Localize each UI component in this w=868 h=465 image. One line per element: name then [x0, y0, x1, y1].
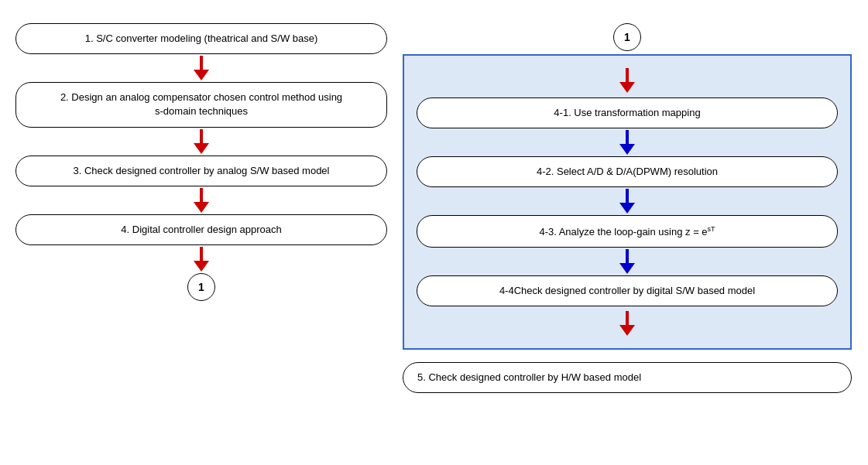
- arrow-head: [194, 70, 209, 80]
- arrow-red-1: [194, 56, 209, 80]
- arrow-head: [619, 325, 635, 336]
- box-4-text: 4. Digital controller design approach: [121, 224, 281, 235]
- arrow-red-top: [619, 68, 635, 93]
- box-41-text: 4-1. Use transformation mapping: [554, 107, 700, 118]
- box-5-text: 5. Check designed controller by H/W base…: [417, 371, 641, 383]
- arrow-shaft: [200, 56, 203, 70]
- box-2: 2. Design an analog compensator chosen c…: [15, 82, 387, 127]
- arrow-red-4: [194, 247, 209, 272]
- arrow-head: [619, 144, 635, 155]
- box-3: 3. Check designed controller by analog S…: [15, 156, 387, 186]
- box-3-text: 3. Check designed controller by analog S…: [74, 165, 330, 176]
- box-43: 4-3. Analyze the loop-gain using z = esT: [417, 215, 838, 248]
- arrow-blue-2: [619, 189, 635, 214]
- arrow-red-2: [194, 129, 209, 154]
- arrow-head: [194, 261, 209, 272]
- arrow-shaft: [626, 68, 629, 82]
- circle-connector-top: 1: [613, 23, 641, 51]
- arrow-shaft: [200, 188, 203, 202]
- arrow-shaft: [626, 311, 629, 325]
- box-4: 4. Digital controller design approach: [15, 214, 387, 245]
- arrow-head: [194, 202, 209, 213]
- box-42-text: 4-2. Select A/D & D/A(DPWM) resolution: [537, 166, 718, 177]
- box-43-text: 4-3. Analyze the loop-gain using z = esT: [539, 226, 715, 238]
- box-44: 4-4Check designed controller by digital …: [417, 275, 838, 306]
- box-44-text: 4-4Check designed controller by digital …: [499, 285, 755, 296]
- left-column: 1. S/C converter modeling (theatrical an…: [15, 15, 387, 450]
- box-2-text: 2. Design an analog compensator chosen c…: [60, 91, 342, 117]
- arrow-shaft: [200, 247, 203, 261]
- box-41: 4-1. Use transformation mapping: [417, 97, 838, 128]
- box-5-wrapper: 5. Check designed controller by H/W base…: [403, 362, 852, 393]
- right-panel: 4-1. Use transformation mapping 4-2. Sel…: [403, 54, 852, 350]
- box-1: 1. S/C converter modeling (theatrical an…: [15, 23, 387, 54]
- arrow-head: [619, 263, 635, 274]
- arrow-shaft: [626, 130, 629, 144]
- box-1-text: 1. S/C converter modeling (theatrical an…: [85, 32, 318, 44]
- arrow-head: [619, 82, 635, 93]
- arrow-shaft: [626, 189, 629, 203]
- arrow-shaft: [626, 249, 629, 263]
- box-5: 5. Check designed controller by H/W base…: [403, 362, 852, 393]
- arrow-red-3: [194, 188, 209, 213]
- arrow-blue-3: [619, 249, 635, 274]
- arrow-head: [619, 203, 635, 214]
- arrow-head: [194, 143, 209, 154]
- arrow-shaft: [200, 129, 203, 143]
- arrow-blue-1: [619, 130, 635, 155]
- circle-connector-bottom: 1: [187, 273, 215, 301]
- flowchart-container: 1. S/C converter modeling (theatrical an…: [0, 0, 868, 465]
- right-column: 1 4-1. Use transformation mapping: [403, 15, 852, 450]
- arrow-red-bottom: [619, 311, 635, 336]
- box-42: 4-2. Select A/D & D/A(DPWM) resolution: [417, 156, 838, 187]
